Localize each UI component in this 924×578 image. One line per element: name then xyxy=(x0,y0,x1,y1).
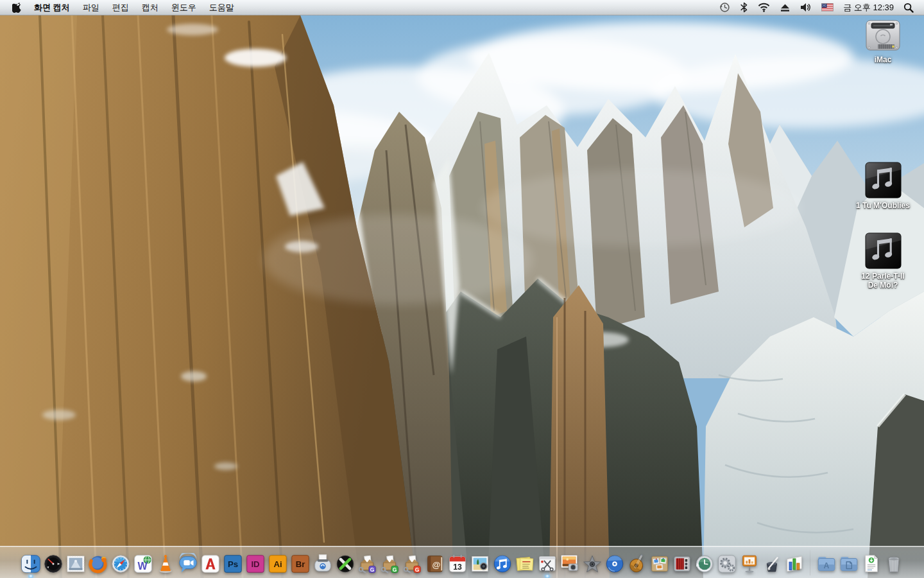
dock-item-word[interactable]: W xyxy=(132,548,154,578)
input-language-menu-item[interactable] xyxy=(816,3,839,12)
package-box-icon: G xyxy=(379,553,401,575)
dock-item-firefox[interactable] xyxy=(87,548,109,578)
dock-item-address-book[interactable]: @ xyxy=(424,548,446,578)
dock-item-acrobat-reader[interactable] xyxy=(199,548,221,578)
dock-item-vlc[interactable] xyxy=(154,548,176,578)
dock-item-package-g-green[interactable]: G xyxy=(379,548,401,578)
package-box-icon: G xyxy=(357,553,379,575)
menu-help[interactable]: 도움말 xyxy=(203,0,241,15)
svg-text:A: A xyxy=(823,561,829,570)
dock-item-bridge[interactable]: Br xyxy=(289,548,311,578)
dock-item-toast[interactable] xyxy=(311,548,334,578)
svg-text:G: G xyxy=(370,566,374,573)
pages-inkwell-icon xyxy=(761,553,783,575)
menu-bar-status: 금 오후 12:39 xyxy=(714,2,924,13)
desktop-icon-label: iMac xyxy=(875,55,892,64)
app-menu-title[interactable]: 화면 캡처 xyxy=(28,0,76,15)
dock-item-numbers[interactable] xyxy=(783,548,805,578)
svg-text:Ps: Ps xyxy=(227,559,237,569)
downloads-document-icon xyxy=(860,553,882,575)
menu-bar-left: 화면 캡처 파일 편집 캡처 윈도우 도움말 xyxy=(0,0,241,15)
x-utility-icon xyxy=(334,553,356,575)
volume-icon xyxy=(800,3,811,12)
dock-item-safari[interactable] xyxy=(109,548,132,578)
dock-item-system-preferences[interactable] xyxy=(715,548,738,578)
dock-item-iweb[interactable] xyxy=(648,548,671,578)
eject-menu-item[interactable] xyxy=(775,3,795,12)
finder-icon xyxy=(20,553,42,575)
dock-item-applications-folder[interactable]: A xyxy=(815,548,837,578)
dock-item-time-machine[interactable] xyxy=(693,548,715,578)
eject-icon xyxy=(780,3,790,12)
system-preferences-gears-icon xyxy=(716,553,738,575)
time-machine-dock-icon xyxy=(694,553,715,575)
menu-capture[interactable]: 캡처 xyxy=(135,0,165,15)
svg-text:W: W xyxy=(137,560,148,572)
dock-item-grab[interactable] xyxy=(536,548,558,578)
dock-item-photo-booth[interactable] xyxy=(671,548,693,578)
safari-icon xyxy=(110,553,132,575)
apple-menu[interactable] xyxy=(6,2,28,13)
menu-edit[interactable]: 편집 xyxy=(106,0,135,15)
dock-item-keynote[interactable] xyxy=(738,548,760,578)
wallpaper-mountains-image xyxy=(0,15,924,578)
dock-item-x-utility[interactable] xyxy=(334,548,356,578)
indesign-icon: ID xyxy=(244,553,266,575)
dock-item-trash[interactable] xyxy=(882,548,905,578)
us-flag-icon xyxy=(821,3,834,12)
dock-item-pages[interactable] xyxy=(760,548,783,578)
dock-item-itunes[interactable] xyxy=(491,548,513,578)
photoshop-icon: Ps xyxy=(222,553,244,575)
dock-item-finder[interactable] xyxy=(19,548,42,578)
svg-text:Ai: Ai xyxy=(273,559,282,569)
apple-logo-icon xyxy=(12,2,22,13)
running-indicator xyxy=(544,575,550,578)
menu-window[interactable]: 윈도우 xyxy=(165,0,203,15)
address-book-icon: @ xyxy=(424,553,446,575)
iweb-icon xyxy=(649,553,671,575)
dock-item-documents-folder[interactable] xyxy=(837,548,860,578)
illustrator-icon: Ai xyxy=(267,553,289,575)
volume-menu-item[interactable] xyxy=(795,3,816,12)
dock-item-garageband[interactable] xyxy=(626,548,648,578)
audio-file-icon xyxy=(865,232,902,269)
mail-stamp-icon xyxy=(65,553,87,575)
desktop-background[interactable] xyxy=(0,0,924,578)
dock-item-image-capture[interactable] xyxy=(558,548,581,578)
desktop-icon-imac-drive[interactable]: iMac xyxy=(844,19,921,64)
desktop-icon-audio-file-2[interactable]: 12 Parle-T-Il De Moi? xyxy=(844,232,921,290)
dock-item-illustrator[interactable]: Ai xyxy=(266,548,289,578)
vlc-cone-icon xyxy=(155,553,176,575)
dock-item-dashboard[interactable] xyxy=(42,548,64,578)
dock-item-imovie[interactable] xyxy=(581,548,603,578)
desktop-icon-label: 12 Parle-T-Il De Moi? xyxy=(861,272,904,290)
desktop-icon-audio-file-1[interactable]: 1 Tu M'Oublies xyxy=(844,162,921,210)
word-document-icon: W xyxy=(132,553,154,575)
menu-file[interactable]: 파일 xyxy=(76,0,106,15)
dock-item-photoshop[interactable]: Ps xyxy=(221,548,244,578)
dock-item-downloads-file[interactable] xyxy=(860,548,882,578)
dock-item-ichat[interactable] xyxy=(176,548,199,578)
time-machine-menu-item[interactable] xyxy=(714,2,735,13)
toast-toaster-icon xyxy=(312,553,334,575)
dock-item-stickies[interactable] xyxy=(513,548,536,578)
dock-item-ical[interactable]: 13 xyxy=(446,548,468,578)
svg-text:Br: Br xyxy=(295,559,305,569)
wifi-icon xyxy=(758,3,770,12)
dock-item-mail[interactable] xyxy=(64,548,87,578)
garageband-guitar-icon xyxy=(626,553,648,575)
dock-item-iphoto[interactable] xyxy=(468,548,491,578)
menu-clock[interactable]: 금 오후 12:39 xyxy=(839,2,898,13)
dock-item-package-g-red[interactable]: G xyxy=(401,548,424,578)
applications-folder-icon: A xyxy=(816,553,837,575)
bluetooth-menu-item[interactable] xyxy=(735,2,753,13)
spotlight-search-icon xyxy=(903,3,914,13)
dock-item-idvd[interactable] xyxy=(603,548,626,578)
spotlight-menu-item[interactable] xyxy=(898,3,919,13)
documents-folder-icon xyxy=(838,553,860,575)
time-machine-icon xyxy=(719,2,730,13)
wifi-menu-item[interactable] xyxy=(753,3,775,12)
dock-item-package-g-purple[interactable]: G xyxy=(356,548,379,578)
svg-text:ID: ID xyxy=(251,559,259,569)
dock-item-indesign[interactable]: ID xyxy=(244,548,266,578)
